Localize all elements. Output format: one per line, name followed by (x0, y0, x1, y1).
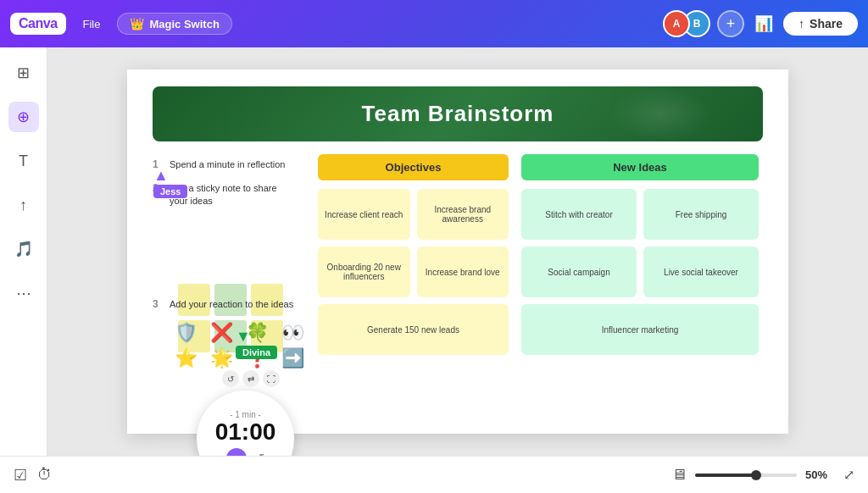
sidebar-item-elements[interactable]: ⊕ (8, 102, 39, 132)
step-1: 1 Spend a minute in reflection (153, 158, 297, 170)
timer-expand-button[interactable]: ⛶ (263, 370, 280, 387)
step1-text: Spend a minute in reflection (170, 158, 285, 170)
share-icon: ↑ (798, 17, 804, 30)
emoji-star2[interactable]: 🌟 (205, 347, 237, 369)
idea-card-5[interactable]: Influencer marketing (521, 304, 759, 355)
zoom-slider-fill (695, 474, 756, 477)
sidebar-item-more[interactable]: ⋯ (8, 278, 39, 308)
idea-card-3[interactable]: Social campaign (521, 246, 637, 297)
crown-icon: 👑 (130, 17, 144, 30)
timer-bottom-controls: ▶ ↺ (226, 448, 264, 456)
expand-button[interactable]: ⤢ (843, 467, 854, 483)
avatar-group: A B (663, 10, 710, 37)
canvas-title: Team Brainstorm (362, 101, 554, 127)
obj-card-5[interactable]: Generate 150 new leads (318, 304, 509, 355)
step-3: 3 Add your reaction to the ideas (153, 298, 309, 310)
add-collaborator-button[interactable]: + (717, 10, 744, 37)
timer-display: 01:00 (215, 419, 276, 446)
timer-circle: - 1 min - 01:00 ▶ ↺ (197, 391, 294, 456)
timer-reset-button[interactable]: ↺ (253, 451, 264, 456)
file-menu-button[interactable]: File (76, 14, 108, 34)
timer-label: - 1 min - (230, 410, 261, 419)
obj-card-1[interactable]: Increase client reach (318, 189, 410, 240)
step1-number: 1 (153, 158, 164, 170)
ideas-section: New Ideas Stitch with creator Free shipp… (521, 154, 759, 355)
zoom-level: 50% (805, 468, 835, 481)
sidebar-item-uploads[interactable]: ↑ (8, 190, 39, 220)
canvas-header: Team Brainstorm (153, 86, 763, 141)
emoji-shield[interactable]: 🛡️ (170, 322, 202, 344)
step2-text: Use a sticky note to share your ideas (170, 182, 297, 207)
obj-card-3[interactable]: Onboarding 20 new influencers (318, 246, 410, 297)
main-layout: ⊞ ⊕ T ↑ 🎵 ⋯ ▲ Jess ▼ Divina Team Brainst… (0, 47, 868, 456)
new-ideas-header: New Ideas (521, 154, 759, 180)
sidebar-item-text[interactable]: T (8, 146, 39, 176)
emoji-clover[interactable]: 🍀 (241, 322, 273, 344)
emoji-grid: 🛡️ ❌ 🍀 👀 ⭐ 🌟 ❓ ➡️ (170, 322, 309, 369)
objectives-grid: Increase client reach Increase brand awa… (318, 189, 509, 355)
obj-card-2[interactable]: Increase brand awareness (417, 189, 509, 240)
steps-section: 1 Spend a minute in reflection 2 Use a s… (153, 158, 297, 219)
magic-switch-button[interactable]: 👑 Magic Switch (117, 13, 231, 35)
objectives-header: Objectives (318, 154, 509, 180)
idea-card-4[interactable]: Live social takeover (643, 246, 759, 297)
step3-text: Add your reaction to the ideas (170, 298, 293, 310)
step-2: 2 Use a sticky note to share your ideas (153, 182, 297, 207)
bottom-right: 🖥 50% ⤢ (671, 466, 854, 484)
timer-controls-top: ↺ ⇄ ⛶ (222, 370, 294, 387)
idea-card-2[interactable]: Free shipping (643, 189, 759, 240)
emoji-x[interactable]: ❌ (205, 322, 237, 344)
obj-card-4[interactable]: Increase brand love (417, 246, 509, 297)
bottombar: ☑ ⏱ 🖥 50% ⤢ (0, 456, 868, 493)
analytics-button[interactable]: 📊 (751, 11, 776, 36)
idea-card-1[interactable]: Stitch with creator (521, 189, 637, 240)
zoom-controls (695, 474, 797, 477)
sidebar-item-layouts[interactable]: ⊞ (8, 58, 39, 88)
timer-widget: ↺ ⇄ ⛶ - 1 min - 01:00 ▶ ↺ (197, 370, 294, 456)
canvas-area[interactable]: ▲ Jess ▼ Divina Team Brainstorm 1 Spend … (47, 47, 868, 456)
reaction-section: 3 Add your reaction to the ideas 🛡️ ❌ 🍀 … (153, 298, 309, 369)
timer-reload-button[interactable]: ↺ (222, 370, 239, 387)
sidebar-item-audio[interactable]: 🎵 (8, 234, 39, 264)
topbar-right: A B + 📊 ↑ Share (663, 10, 858, 37)
canva-logo[interactable]: Canva (10, 13, 66, 35)
emoji-question[interactable]: ❓ (241, 347, 273, 369)
magic-switch-label: Magic Switch (149, 18, 219, 30)
sidebar: ⊞ ⊕ T ↑ 🎵 ⋯ (0, 47, 47, 456)
emoji-star[interactable]: ⭐ (170, 347, 202, 369)
timer-forward-button[interactable]: ⇄ (242, 370, 259, 387)
share-button[interactable]: ↑ Share (783, 12, 858, 36)
canvas[interactable]: Team Brainstorm 1 Spend a minute in refl… (127, 69, 788, 434)
avatar-user1: A (663, 10, 690, 37)
timer-icon[interactable]: ⏱ (37, 466, 53, 484)
step3-number: 3 (153, 298, 164, 310)
monitor-icon[interactable]: 🖥 (671, 466, 687, 484)
zoom-slider[interactable] (695, 474, 797, 477)
checklist-icon[interactable]: ☑ (14, 466, 27, 485)
emoji-arrow[interactable]: ➡️ (276, 347, 309, 369)
ideas-grid: Stitch with creator Free shipping Social… (521, 189, 759, 355)
emoji-eyes[interactable]: 👀 (276, 322, 309, 344)
zoom-slider-thumb[interactable] (751, 470, 761, 480)
step2-number: 2 (153, 182, 164, 194)
topbar: Canva File 👑 Magic Switch A B + 📊 ↑ Shar… (0, 0, 868, 47)
objectives-section: Objectives Increase client reach Increas… (318, 154, 509, 355)
timer-play-button[interactable]: ▶ (226, 448, 247, 456)
